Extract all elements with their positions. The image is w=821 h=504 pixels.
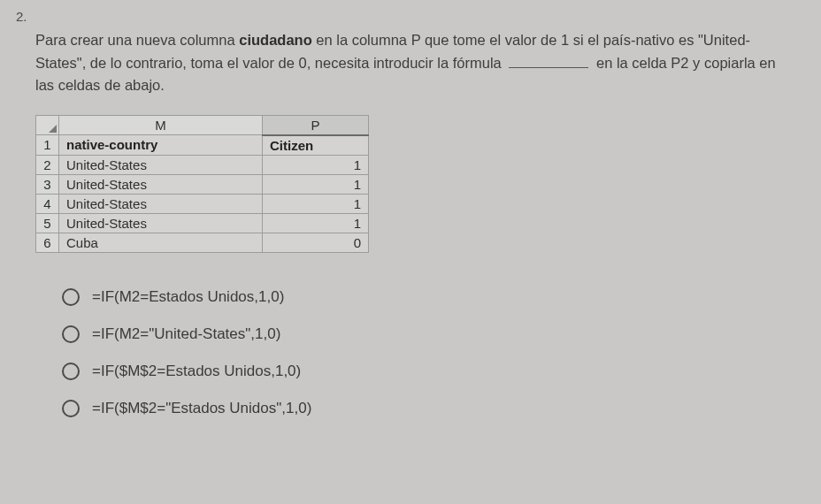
option-3[interactable]: =IF($M$2=Estados Unidos,1,0) [62, 363, 786, 380]
select-all-corner [36, 115, 59, 135]
cell-M: United-States [59, 174, 263, 194]
cell-P: Citizen [263, 135, 369, 156]
table-row: 6Cuba0 [36, 233, 369, 252]
row-header: 4 [36, 194, 59, 213]
answer-options: =IF(M2=Estados Unidos,1,0) =IF(M2="Unite… [62, 288, 786, 417]
cell-P: 1 [263, 174, 369, 194]
option-label: =IF($M$2=Estados Unidos,1,0) [92, 363, 301, 380]
cell-P: 1 [263, 213, 369, 233]
table-row: 4United-States1 [36, 194, 369, 213]
cell-P: 1 [263, 155, 369, 174]
row-header: 5 [36, 213, 59, 233]
question-text: Para crear una nueva columna ciudadano e… [35, 29, 786, 97]
table-row: 2United-States1 [36, 155, 369, 174]
table-row: 3United-States1 [36, 174, 369, 194]
spreadsheet-table: M P 1native-countryCitizen2United-States… [35, 115, 369, 253]
table-row: 5United-States1 [36, 213, 369, 233]
fill-blank[interactable] [509, 67, 588, 68]
option-1[interactable]: =IF(M2=Estados Unidos,1,0) [62, 288, 786, 306]
radio-icon[interactable] [62, 288, 80, 306]
radio-icon[interactable] [62, 400, 80, 417]
cell-M: Cuba [59, 233, 263, 252]
radio-icon[interactable] [62, 325, 80, 343]
cell-P: 1 [263, 194, 369, 213]
col-header-P: P [263, 115, 369, 135]
option-label: =IF(M2="United-States",1,0) [92, 325, 280, 343]
question-number: 2. [16, 9, 34, 24]
cell-M: native-country [59, 135, 263, 156]
option-label: =IF(M2=Estados Unidos,1,0) [92, 288, 284, 306]
q-bold: ciudadano [239, 32, 312, 48]
option-label: =IF($M$2="Estados Unidos",1,0) [92, 400, 311, 417]
col-header-M: M [59, 115, 263, 135]
row-header: 3 [36, 174, 59, 194]
cell-M: United-States [59, 194, 263, 213]
cell-P: 0 [263, 233, 369, 252]
row-header: 2 [36, 155, 59, 174]
table-row: 1native-countryCitizen [36, 135, 369, 156]
previous-fragment: 2. [35, 9, 786, 29]
row-header: 6 [36, 233, 59, 252]
row-header: 1 [36, 135, 59, 156]
cell-M: United-States [59, 155, 263, 174]
option-2[interactable]: =IF(M2="United-States",1,0) [62, 325, 786, 343]
radio-icon[interactable] [62, 363, 80, 380]
q-part1: Para crear una nueva columna [35, 32, 239, 48]
cell-M: United-States [59, 213, 263, 233]
option-4[interactable]: =IF($M$2="Estados Unidos",1,0) [62, 400, 786, 417]
